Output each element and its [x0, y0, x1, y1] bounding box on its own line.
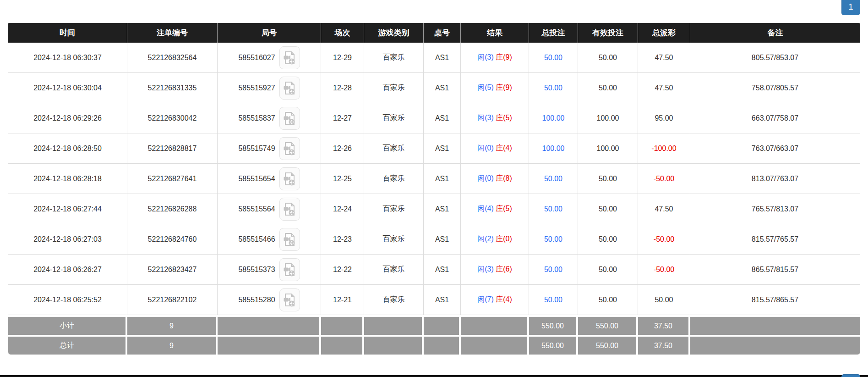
cell-total-bet[interactable]: 50.00	[529, 285, 578, 315]
bet-record-row: 2024-12-18 06:29:26522126830042585515837…	[8, 103, 860, 133]
bet-records-page: 1 时间注单编号局号场次游戏类别桌号结果总投注有效投注总派彩备注 2024-12…	[0, 0, 868, 377]
cell-valid-bet: 50.00	[578, 285, 638, 315]
result-banker: 庄(4)	[496, 295, 512, 303]
round-id-text: 585515564	[238, 205, 275, 213]
round-id-text: 585515466	[238, 235, 275, 244]
bet-record-row: 2024-12-18 06:26:27522126823427585515373…	[8, 255, 860, 285]
grand-total-label: 总计	[8, 335, 127, 355]
cell-result: 闲(3) 庄(6)	[461, 255, 529, 285]
cell-session: 12-24	[321, 194, 364, 224]
bet-record-row: 2024-12-18 06:25:52522126822102585515280…	[8, 285, 860, 315]
bet-record-row: 2024-12-18 06:27:03522126824760585515466…	[8, 224, 860, 255]
video-replay-button[interactable]	[279, 258, 300, 281]
round-id-text: 585515280	[238, 296, 275, 304]
cell-session: 12-23	[321, 224, 364, 255]
round-id-text: 585515927	[238, 84, 275, 92]
cell-bet-id: 522126827641	[127, 164, 218, 194]
cell-result: 闲(3) 庄(5)	[461, 103, 529, 133]
cell-valid-bet: 50.00	[578, 194, 638, 224]
subtotal-count: 9	[127, 315, 218, 335]
cell-table-id: AS1	[424, 133, 461, 164]
column-header-total-bet: 总投注	[529, 23, 578, 43]
result-banker: 庄(4)	[496, 144, 512, 152]
cell-remark: 663.07/758.07	[690, 103, 860, 133]
cell-bet-id: 522126831335	[127, 73, 218, 103]
round-id-with-video: 585515373	[218, 258, 321, 281]
cell-total-bet[interactable]: 50.00	[529, 255, 578, 285]
video-file-icon	[283, 50, 296, 65]
cell-valid-bet: 50.00	[578, 164, 638, 194]
cell-table-id: AS1	[424, 285, 461, 315]
cell-result: 闲(7) 庄(4)	[461, 285, 529, 315]
round-id-text: 585516027	[238, 54, 275, 62]
cell-remark: 813.07/763.07	[690, 164, 860, 194]
cell-total-bet[interactable]: 50.00	[529, 73, 578, 103]
video-replay-button[interactable]	[279, 228, 300, 251]
cell-bet-id: 522126826288	[127, 194, 218, 224]
bet-record-row: 2024-12-18 06:28:50522126828817585515749…	[8, 133, 860, 164]
pagination-page-button-top[interactable]: 1	[841, 0, 860, 15]
cell-game-type: 百家乐	[364, 43, 424, 73]
cell-total-bet[interactable]: 100.00	[529, 133, 578, 164]
video-replay-button[interactable]	[279, 288, 300, 311]
cell-time: 2024-12-18 06:30:37	[8, 43, 127, 73]
video-replay-button[interactable]	[279, 107, 300, 130]
video-file-icon	[283, 111, 296, 126]
subtotal-valid-bet: 550.00	[578, 315, 638, 335]
cell-round-id: 585515837	[218, 103, 321, 133]
cell-total-bet[interactable]: 50.00	[529, 194, 578, 224]
cell-game-type: 百家乐	[364, 73, 424, 103]
cell-total-payout: 95.00	[638, 103, 690, 133]
cell-table-id: AS1	[424, 103, 461, 133]
video-replay-button[interactable]	[279, 137, 300, 160]
pagination-page-button-bottom[interactable]: 1	[841, 374, 860, 377]
cell-remark: 758.07/805.57	[690, 73, 860, 103]
cell-round-id: 585516027	[218, 43, 321, 73]
round-id-with-video: 585515280	[218, 288, 321, 311]
cell-bet-id: 522126828817	[127, 133, 218, 164]
result-player: 闲(2)	[477, 235, 494, 243]
cell-result: 闲(0) 庄(8)	[461, 164, 529, 194]
column-header-total-payout: 总派彩	[638, 23, 690, 43]
cell-total-bet[interactable]: 50.00	[529, 43, 578, 73]
subtotal-row: 小计 9 550.00 550.00 37.50	[8, 315, 860, 335]
cell-session: 12-29	[321, 43, 364, 73]
cell-total-bet[interactable]: 100.00	[529, 103, 578, 133]
video-replay-button[interactable]	[279, 77, 300, 100]
bet-records-table-wrap: 时间注单编号局号场次游戏类别桌号结果总投注有效投注总派彩备注 2024-12-1…	[8, 23, 860, 355]
cell-total-bet[interactable]: 50.00	[529, 224, 578, 255]
cell-time: 2024-12-18 06:26:27	[8, 255, 127, 285]
result-player: 闲(3)	[477, 265, 494, 273]
cell-valid-bet: 100.00	[578, 103, 638, 133]
cell-session: 12-26	[321, 133, 364, 164]
cell-remark: 815.57/865.57	[690, 285, 860, 315]
cell-total-payout: -50.00	[638, 164, 690, 194]
grand-total-row: 总计 9 550.00 550.00 37.50	[8, 335, 860, 355]
cell-total-bet[interactable]: 50.00	[529, 164, 578, 194]
result-player: 闲(7)	[477, 295, 494, 303]
cell-total-payout: 50.00	[638, 285, 690, 315]
round-id-text: 585515749	[238, 144, 275, 153]
cell-session: 12-27	[321, 103, 364, 133]
video-replay-button[interactable]	[279, 167, 300, 190]
video-replay-button[interactable]	[279, 198, 300, 221]
cell-result: 闲(5) 庄(9)	[461, 73, 529, 103]
cell-remark: 765.57/813.07	[690, 194, 860, 224]
result-banker: 庄(8)	[496, 174, 512, 182]
bet-record-row: 2024-12-18 06:30:04522126831335585515927…	[8, 73, 860, 103]
subtotal-empty-cell	[690, 315, 860, 335]
cell-time: 2024-12-18 06:30:04	[8, 73, 127, 103]
cell-total-payout: 47.50	[638, 194, 690, 224]
cell-bet-id: 522126832564	[127, 43, 218, 73]
cell-remark: 865.57/815.57	[690, 255, 860, 285]
grand-total-valid-bet: 550.00	[578, 335, 638, 355]
round-id-with-video: 585515749	[218, 137, 321, 160]
cell-round-id: 585515927	[218, 73, 321, 103]
grand-total-empty-cell	[424, 335, 461, 355]
video-replay-button[interactable]	[279, 46, 300, 69]
video-file-icon	[283, 293, 296, 307]
cell-round-id: 585515280	[218, 285, 321, 315]
round-id-text: 585515837	[238, 114, 275, 122]
cell-bet-id: 522126830042	[127, 103, 218, 133]
column-header-round-id: 局号	[218, 23, 321, 43]
